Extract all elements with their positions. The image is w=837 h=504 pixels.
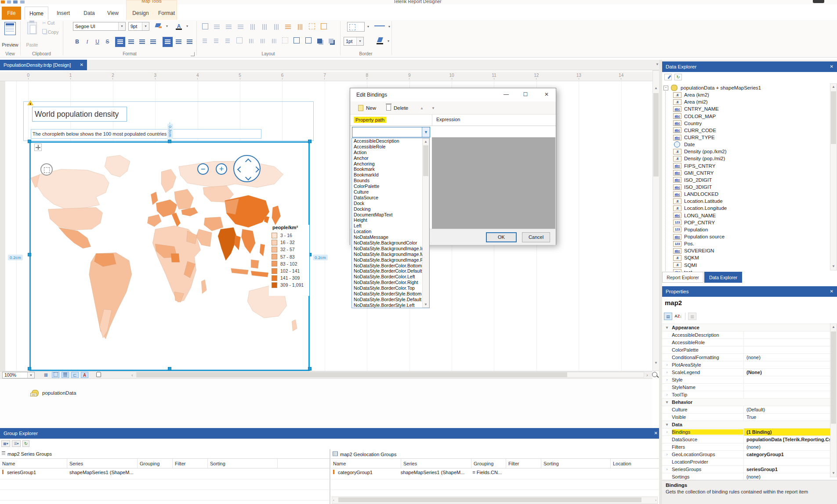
world-map[interactable] bbox=[31, 143, 308, 370]
layout-tool-icon[interactable] bbox=[307, 22, 317, 32]
group-explorer-header[interactable]: Group Explorer ✕ bbox=[0, 428, 661, 439]
column-header[interactable]: Grouping bbox=[471, 459, 506, 468]
tab-file[interactable]: File bbox=[2, 7, 21, 20]
property-row[interactable]: › SeriesGroups seriesGroup1 bbox=[662, 466, 830, 473]
property-name[interactable]: Behavior bbox=[672, 400, 743, 405]
cut-button[interactable]: ✂ Cut bbox=[42, 20, 62, 27]
highlight-fields-icon[interactable]: A bbox=[81, 372, 88, 378]
column-header[interactable]: Name bbox=[331, 459, 401, 468]
zoom-in-button[interactable]: + bbox=[216, 163, 227, 175]
group-view-button[interactable]: ▦▾ bbox=[1, 440, 10, 447]
field-label[interactable]: Area (mi2) bbox=[684, 99, 708, 104]
field-label[interactable]: CURR_CODE bbox=[684, 128, 716, 133]
property-value[interactable]: seriesGroup1 bbox=[743, 466, 830, 473]
scroll-up-icon[interactable]: ▲ bbox=[653, 86, 659, 90]
property-value[interactable] bbox=[743, 421, 830, 428]
field-label[interactable]: Pos. bbox=[684, 241, 694, 246]
tab-home[interactable]: Home bbox=[25, 7, 48, 20]
field-item[interactable]: abc Country bbox=[673, 120, 828, 127]
layout-tool-icon[interactable] bbox=[246, 36, 256, 46]
dropdown-list-item[interactable]: Bookmark bbox=[352, 166, 429, 172]
dropdown-list-item[interactable]: Left bbox=[352, 223, 429, 229]
column-header[interactable]: Grouping bbox=[138, 459, 173, 468]
column-header[interactable]: Filter bbox=[506, 459, 541, 468]
field-label[interactable]: COLOR_MAP bbox=[684, 114, 716, 119]
minimize-icon[interactable]: — bbox=[500, 88, 513, 101]
panel-splitter[interactable] bbox=[659, 60, 662, 504]
property-name[interactable]: SeriesGroups bbox=[672, 467, 743, 472]
field-label[interactable]: LANDLOCKED bbox=[684, 191, 718, 197]
property-name[interactable]: StyleName bbox=[672, 385, 743, 390]
property-row[interactable]: AccessibleRole bbox=[662, 339, 830, 346]
chevron-down-icon[interactable]: ▾ bbox=[142, 22, 149, 30]
align-center-button[interactable] bbox=[126, 37, 136, 47]
property-value[interactable]: (none) bbox=[743, 443, 830, 450]
property-row[interactable]: Visible True bbox=[662, 414, 830, 421]
document-tab[interactable]: PopulationDensity.trdp [Design] ✕ bbox=[0, 60, 87, 70]
report-subtitle-textbox[interactable]: The choropleth below shows the 100 most … bbox=[31, 129, 261, 139]
property-row[interactable]: › ScaleLegend (None) bbox=[662, 369, 830, 376]
property-value[interactable]: (Default) bbox=[743, 406, 830, 413]
property-name[interactable]: AccessibleRole bbox=[672, 340, 743, 345]
dropdown-list-item[interactable]: NoDataStyle.BorderColor.Bottom bbox=[352, 263, 429, 269]
close-icon[interactable]: ✕ bbox=[830, 286, 833, 297]
border-style-dropdown[interactable]: ▾ bbox=[366, 25, 371, 29]
pan-hand-icon[interactable] bbox=[94, 372, 103, 378]
close-icon[interactable]: ✕ bbox=[654, 428, 658, 439]
close-icon[interactable]: ✕ bbox=[80, 60, 83, 70]
property-path-dropdown-list[interactable]: AccessibleDescriptionAccessibleRoleActio… bbox=[351, 138, 430, 308]
expander-icon[interactable]: › bbox=[662, 467, 672, 472]
property-row[interactable]: › GeoLocationGroups categoryGroup1 bbox=[662, 451, 830, 458]
font-name-select[interactable]: Segoe UI▾ bbox=[73, 22, 126, 31]
dropdown-list-item[interactable]: AccessibleDescription bbox=[352, 138, 429, 144]
field-item[interactable]: abc ISO_2DIGIT bbox=[673, 176, 828, 184]
snap-to-grid-icon[interactable] bbox=[52, 372, 59, 378]
property-value[interactable]: (None) bbox=[743, 369, 830, 376]
tab-report-explorer[interactable]: Report Explorer bbox=[662, 272, 703, 283]
dropdown-list-item[interactable]: NoDataStyle.BorderColor.Default bbox=[352, 268, 429, 274]
underline-button[interactable]: U bbox=[93, 37, 102, 47]
tab-insert[interactable]: Insert bbox=[51, 7, 76, 20]
border-line-dropdown[interactable]: ▾ bbox=[387, 25, 392, 29]
property-row[interactable]: ColorPalette bbox=[662, 346, 830, 354]
property-row[interactable]: ▾ Behavior bbox=[662, 399, 830, 406]
column-header[interactable]: Sorting bbox=[541, 459, 611, 468]
property-name[interactable]: Filters bbox=[672, 444, 743, 450]
field-label[interactable]: SQKM bbox=[684, 255, 699, 260]
field-label[interactable]: SQMI bbox=[684, 263, 697, 268]
property-value[interactable] bbox=[743, 324, 830, 331]
layout-tool-icon[interactable] bbox=[259, 22, 269, 32]
property-name[interactable]: LocationProvider bbox=[672, 459, 743, 464]
border-color-icon[interactable] bbox=[376, 37, 384, 45]
bring-to-front-button[interactable] bbox=[315, 36, 325, 46]
font-size-select[interactable]: 9pt▾ bbox=[128, 22, 149, 31]
column-header[interactable]: Sorting bbox=[208, 459, 278, 468]
chevron-down-icon[interactable]: ▾ bbox=[356, 37, 363, 45]
dropdown-list-item[interactable]: ColorPalette bbox=[352, 184, 429, 189]
combo-dropdown-icon[interactable]: ▼ bbox=[422, 127, 430, 137]
properties-header[interactable]: Properties ✕ bbox=[662, 286, 837, 297]
tab-format[interactable]: Format bbox=[155, 7, 178, 20]
field-label[interactable]: Density (pop./km2) bbox=[684, 149, 727, 154]
pan-up-icon[interactable] bbox=[245, 158, 251, 165]
expander-icon[interactable]: › bbox=[662, 378, 672, 382]
field-item[interactable]: .E Area (km2) bbox=[673, 91, 828, 98]
format-dialog-launcher-icon[interactable] bbox=[191, 52, 195, 56]
dropdown-list-item[interactable]: Bounds bbox=[352, 178, 429, 184]
layout-tool-icon[interactable] bbox=[211, 36, 221, 46]
expander-icon[interactable]: ▾ bbox=[662, 325, 672, 330]
layout-tool-icon[interactable] bbox=[271, 22, 281, 32]
dropdown-list-item[interactable]: DocumentMapText bbox=[352, 212, 429, 218]
scroll-right-icon[interactable]: › bbox=[645, 373, 649, 378]
map-pan-control[interactable] bbox=[233, 155, 261, 182]
scroll-up-icon[interactable]: ▲ bbox=[423, 140, 428, 144]
property-row[interactable]: ▾ Data bbox=[662, 421, 830, 428]
datasource-item[interactable]: populationData bbox=[42, 390, 112, 396]
property-path-column-header[interactable]: Property path bbox=[354, 117, 386, 123]
pan-right-icon[interactable] bbox=[253, 166, 259, 173]
field-item[interactable]: abc GMI_CNTRY bbox=[673, 169, 828, 176]
selection-handle[interactable] bbox=[308, 367, 312, 371]
property-name[interactable]: Visible bbox=[672, 414, 743, 420]
field-label[interactable]: POP_CNTRY bbox=[684, 220, 715, 225]
save-icon[interactable] bbox=[7, 0, 11, 4]
